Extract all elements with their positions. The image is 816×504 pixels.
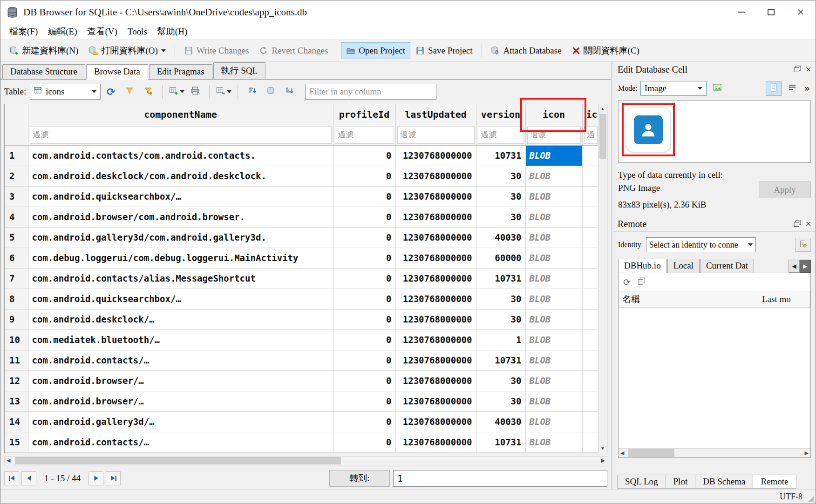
cell-partial[interactable] [582,186,599,207]
first-page-button[interactable] [4,471,19,485]
cell-profileId[interactable]: 0 [333,227,395,248]
goto-button[interactable]: 轉到: [329,470,390,487]
filter-input-version[interactable] [478,127,524,144]
menu-item-tools[interactable]: Tools [122,25,152,38]
cell-icon[interactable]: BLOB [525,207,582,227]
cell-icon[interactable]: BLOB [525,227,582,248]
clear-filters-button[interactable] [121,83,138,100]
tab-edit-pragmas[interactable]: Edit Pragmas [149,64,212,79]
cell-icon[interactable]: BLOB [525,268,582,289]
scroll-right-icon[interactable]: ▶ [601,457,605,464]
dock-tab-db-schema[interactable]: DB Schema [695,475,753,489]
cell-profileId[interactable]: 0 [333,329,395,350]
filter-input-componentName[interactable] [30,127,332,144]
cell-lastUpdated[interactable]: 1230768000000 [395,391,476,411]
open-project-button[interactable]: Open Project [341,42,410,59]
remote-refresh-icon[interactable]: ⟳ [623,277,631,287]
dock-tab-sql-log[interactable]: SQL Log [617,475,666,489]
row-number[interactable]: 4 [5,207,28,227]
scroll-up-icon[interactable]: ▲ [598,104,607,113]
cell-lastUpdated[interactable]: 1230768000000 [395,145,476,166]
cell-profileId[interactable]: 0 [333,432,395,452]
cell-componentName[interactable]: com.android.browser/… [28,370,333,391]
cell-componentName[interactable]: com.android.gallery3d/… [28,411,333,432]
cell-partial[interactable] [582,248,599,268]
horizontal-scrollbar[interactable]: ◀ ▶ [4,456,607,465]
cell-partial[interactable] [582,207,599,227]
cell-lastUpdated[interactable]: 1230768000000 [395,350,476,370]
cell-version[interactable]: 10731 [476,350,525,370]
cell-partial[interactable] [582,227,599,248]
word-wrap-button[interactable] [784,81,800,96]
cell-componentName[interactable]: com.android.quicksearchbox/… [28,186,333,207]
tab-scroll-left-button[interactable]: ◀ [789,260,800,273]
column-header-partial[interactable]: ic [582,104,599,125]
cell-componentName[interactable]: com.android.contacts/… [28,432,333,452]
cell-partial[interactable] [582,329,599,350]
maximize-button[interactable] [756,0,786,24]
global-filter-input[interactable] [305,84,436,100]
cell-partial[interactable] [582,309,599,329]
row-number[interactable]: 13 [5,391,28,411]
cell-lastUpdated[interactable]: 1230768000000 [395,166,476,186]
cell-icon[interactable]: BLOB [525,166,582,186]
cell-icon[interactable]: BLOB [525,411,582,432]
cell-icon[interactable]: BLOB [525,248,582,268]
print-button[interactable] [187,83,204,100]
toolbar-overflow-icon[interactable]: » [803,83,811,94]
mode-select[interactable]: Image [640,81,707,96]
write-changes-button[interactable]: Write Changes [179,42,254,59]
column-header-profileId[interactable]: profileId [333,104,395,125]
close-dock-icon[interactable]: × [806,219,811,229]
cell-componentName[interactable]: com.android.contacts/com.android.contact… [28,145,333,166]
remote-tab-dbhub[interactable]: DBHub.io [618,259,667,273]
cell-icon[interactable]: BLOB [525,432,582,452]
cell-partial[interactable] [582,145,599,166]
cell-icon[interactable]: BLOB [525,350,582,370]
row-number[interactable]: 1 [5,145,28,166]
filter-input-partial[interactable] [584,127,598,144]
row-number[interactable]: 10 [5,329,28,350]
identity-settings-button[interactable] [795,238,811,252]
cell-partial[interactable] [582,411,599,432]
vertical-scrollbar[interactable]: ▲ ▼ [598,104,607,453]
row-number[interactable]: 5 [5,227,28,248]
tab-execute-sql[interactable]: 執行 SQL [213,62,266,79]
cell-profileId[interactable]: 0 [333,248,395,268]
cell-version[interactable]: 40030 [476,227,525,248]
cell-lastUpdated[interactable]: 1230768000000 [395,329,476,350]
cell-icon[interactable]: BLOB [525,186,582,207]
remote-scrollbar-thumb[interactable] [628,449,674,457]
remote-tab-current-database[interactable]: Current Dat [700,259,754,273]
cell-profileId[interactable]: 0 [333,207,395,227]
clone-database-icon[interactable] [637,277,646,288]
cell-partial[interactable] [582,166,599,186]
row-number[interactable]: 15 [5,432,28,452]
cell-lastUpdated[interactable]: 1230768000000 [395,370,476,391]
cell-lastUpdated[interactable]: 1230768000000 [395,432,476,452]
cell-profileId[interactable]: 0 [333,350,395,370]
cell-profileId[interactable]: 0 [333,391,395,411]
row-number[interactable]: 6 [5,248,28,268]
open-database-button[interactable]: 打開資料庫(O) [83,41,170,60]
menu-item-view[interactable]: 查看(V) [82,24,122,39]
vertical-scrollbar-thumb[interactable] [599,114,606,159]
cell-componentName[interactable]: com.android.quicksearchbox/… [28,289,333,309]
cell-partial[interactable] [582,370,599,391]
cell-icon[interactable]: BLOB [525,145,582,166]
row-number[interactable]: 7 [5,268,28,289]
cell-version[interactable]: 40030 [476,411,525,432]
cell-version[interactable]: 30 [476,207,525,227]
cell-profileId[interactable]: 0 [333,309,395,329]
float-dock-icon[interactable] [794,64,801,75]
cell-profileId[interactable]: 0 [333,268,395,289]
cell-partial[interactable] [582,350,599,370]
close-button[interactable]: × [786,0,816,24]
scroll-down-icon[interactable]: ▼ [598,444,607,453]
save-project-button[interactable]: Save Project [410,42,478,59]
cell-profileId[interactable]: 0 [333,370,395,391]
horizontal-scrollbar-thumb[interactable] [15,457,341,464]
remote-tab-local[interactable]: Local [667,259,700,273]
cell-componentName[interactable]: com.debug.loggerui/com.debug.loggerui.Ma… [28,248,333,268]
remote-column-last-modified[interactable]: Last mo [758,291,810,307]
